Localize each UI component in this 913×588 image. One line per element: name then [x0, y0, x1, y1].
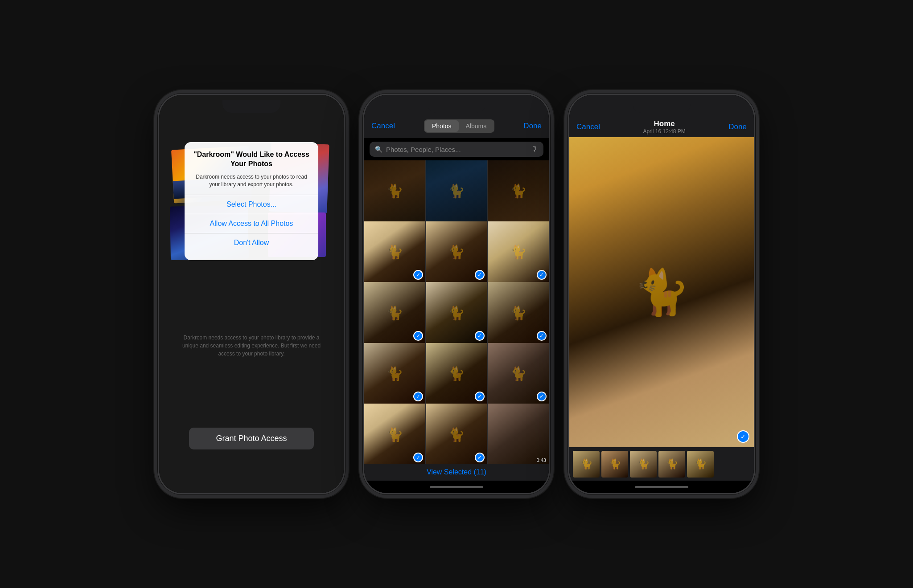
phone1-screen: "Darkroom" Would Like to Access Your Pho…	[159, 95, 344, 493]
phones-container: "Darkroom" Would Like to Access Your Pho…	[140, 76, 773, 512]
grid-photo-7[interactable]: ✓	[364, 282, 425, 343]
grid-photo-13[interactable]: ✓	[364, 404, 425, 464]
selected-badge-4: ✓	[413, 270, 423, 280]
search-placeholder: Photos, People, Places...	[386, 146, 527, 153]
thumbnail-1[interactable]	[573, 451, 600, 478]
allow-all-photos-button[interactable]: Allow Access to All Photos	[185, 214, 318, 233]
mic-icon: 🎙	[531, 145, 538, 153]
phone-3: Cancel Home April 16 12:48 PM Done 🐈 ✓	[568, 94, 755, 494]
selected-badge-7: ✓	[413, 331, 423, 341]
main-cat-image: 🐈	[569, 137, 754, 447]
grid-photo-15[interactable]: 0:43	[488, 404, 549, 464]
selected-badge-8: ✓	[475, 331, 485, 341]
view-selected-button[interactable]: View Selected (11)	[427, 468, 486, 476]
cancel-button[interactable]: Cancel	[371, 122, 395, 131]
dialog-title: "Darkroom" Would Like to Access Your Pho…	[193, 150, 309, 169]
selected-badge-13: ✓	[413, 453, 423, 462]
grid-photo-11[interactable]: ✓	[426, 343, 487, 404]
phone-2-screen: Cancel Photos Albums Done 🔍 Photos, Peop…	[364, 95, 549, 493]
detail-title: Home	[643, 119, 685, 128]
phone-3-screen: Cancel Home April 16 12:48 PM Done 🐈 ✓	[569, 95, 754, 493]
segment-control: Photos Albums	[424, 119, 494, 133]
detail-subtitle: April 16 12:48 PM	[643, 128, 685, 135]
photo-grid: ✓ ✓ ✓ ✓ ✓ ✓	[364, 160, 549, 464]
done-button[interactable]: Done	[523, 122, 542, 131]
grid-photo-14[interactable]: ✓	[426, 404, 487, 464]
phone2-screen: Cancel Photos Albums Done 🔍 Photos, Peop…	[364, 95, 549, 493]
detail-done-button[interactable]: Done	[728, 122, 747, 131]
phone1-description: Darkroom needs access to your photo libr…	[168, 334, 335, 358]
thumbnail-4[interactable]	[658, 451, 685, 478]
grid-photo-2[interactable]	[426, 160, 487, 221]
selected-badge-9: ✓	[537, 331, 547, 341]
grid-photo-9[interactable]: ✓	[488, 282, 549, 343]
grid-photo-12[interactable]: ✓	[488, 343, 549, 404]
main-selected-badge: ✓	[737, 430, 749, 443]
grid-photo-3[interactable]	[488, 160, 549, 221]
permission-dialog: "Darkroom" Would Like to Access Your Pho…	[185, 142, 318, 260]
grid-photo-10[interactable]: ✓	[364, 343, 425, 404]
thumbnail-2[interactable]	[601, 451, 628, 478]
phone-1: "Darkroom" Would Like to Access Your Pho…	[158, 94, 345, 494]
grid-photo-6[interactable]: ✓	[488, 221, 549, 282]
detail-main-photo[interactable]: 🐈 ✓	[569, 137, 754, 447]
detail-header: Cancel Home April 16 12:48 PM Done	[569, 95, 754, 137]
grid-photo-8[interactable]: ✓	[426, 282, 487, 343]
view-selected-bar: View Selected (11)	[364, 464, 549, 481]
select-photos-button[interactable]: Select Photos...	[185, 195, 318, 214]
phone3-screen: Cancel Home April 16 12:48 PM Done 🐈 ✓	[569, 95, 754, 493]
main-cat-emoji: 🐈	[634, 266, 690, 318]
detail-cancel-button[interactable]: Cancel	[576, 122, 600, 131]
phone3-home-indicator-bar	[569, 481, 754, 493]
grant-photo-access-button[interactable]: Grant Photo Access	[189, 428, 314, 449]
selected-badge-10: ✓	[413, 392, 423, 401]
search-icon: 🔍	[375, 146, 382, 153]
phone-2: Cancel Photos Albums Done 🔍 Photos, Peop…	[363, 94, 550, 494]
albums-tab[interactable]: Albums	[459, 120, 494, 132]
video-duration: 0:43	[537, 457, 546, 463]
selected-badge-11: ✓	[475, 392, 485, 401]
picker-header: Cancel Photos Albums Done	[364, 95, 549, 138]
thumbnail-strip	[569, 447, 754, 481]
thumbnail-3[interactable]	[630, 451, 657, 478]
home-indicator	[430, 486, 483, 488]
selected-badge-5: ✓	[475, 270, 485, 280]
photos-tab[interactable]: Photos	[425, 120, 459, 132]
phone-1-screen: "Darkroom" Would Like to Access Your Pho…	[159, 95, 344, 493]
photo-collage: "Darkroom" Would Like to Access Your Pho…	[168, 139, 335, 264]
home-indicator-bar	[364, 481, 549, 493]
search-bar: 🔍 Photos, People, Places... 🎙	[370, 142, 543, 157]
grid-photo-4[interactable]: ✓	[364, 221, 425, 282]
selected-badge-12: ✓	[537, 392, 547, 401]
detail-title-block: Home April 16 12:48 PM	[643, 119, 685, 135]
dialog-body: Darkroom needs access to your photos to …	[193, 173, 309, 188]
dont-allow-button[interactable]: Don't Allow	[185, 233, 318, 252]
grid-photo-1[interactable]	[364, 160, 425, 221]
thumbnail-5[interactable]	[687, 451, 714, 478]
phone3-home-indicator	[635, 486, 688, 488]
selected-badge-6: ✓	[537, 270, 547, 280]
grid-photo-5[interactable]: ✓	[426, 221, 487, 282]
selected-badge-14: ✓	[475, 453, 485, 462]
